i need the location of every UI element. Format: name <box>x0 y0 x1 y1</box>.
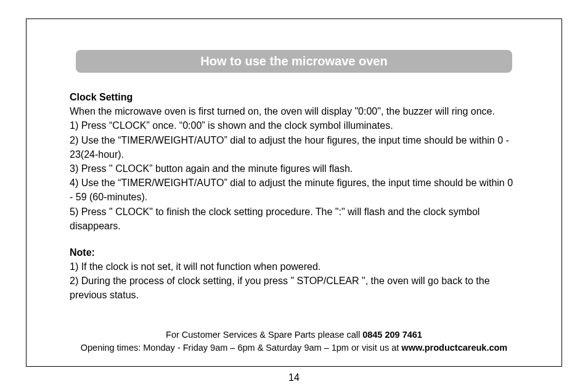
footer: For Customer Services & Spare Parts plea… <box>70 329 518 356</box>
content-body: Clock Setting When the microwave oven is… <box>70 90 518 322</box>
note-item-1: 1) If the clock is not set, it will not … <box>70 259 518 274</box>
footer-line-2-text: Opening times: Monday - Friday 9am – 6pm… <box>81 343 402 353</box>
clock-heading: Clock Setting <box>70 90 518 104</box>
note-item-2: 2) During the process of clock setting, … <box>70 274 518 302</box>
note-heading: Note: <box>70 245 518 259</box>
page-number: 14 <box>0 372 588 383</box>
footer-website: www.productcareuk.com <box>401 343 507 353</box>
banner-title: How to use the microwave oven <box>200 54 387 68</box>
footer-phone: 0845 209 7461 <box>362 330 422 340</box>
footer-line-1: For Customer Services & Spare Parts plea… <box>70 329 518 342</box>
footer-line-2: Opening times: Monday - Friday 9am – 6pm… <box>70 341 518 355</box>
clock-intro: When the microwave oven is first turned … <box>70 104 518 118</box>
page-frame: How to use the microwave oven Clock Sett… <box>26 18 562 367</box>
clock-step-3: 3) Press " CLOCK” button again and the m… <box>70 161 518 176</box>
clock-step-4: 4) Use the “TIMER/WEIGHT/AUTO” dial to a… <box>70 176 518 204</box>
clock-step-2: 2) Use the “TIMER/WEIGHT/AUTO” dial to a… <box>70 133 518 161</box>
section-banner: How to use the microwave oven <box>76 50 512 73</box>
clock-step-5: 5) Press " CLOCK" to finish the clock se… <box>70 205 518 233</box>
clock-step-1: 1) Press “CLOCK” once. “0:00” is shown a… <box>70 118 518 133</box>
footer-line-1-text: For Customer Services & Spare Parts plea… <box>166 330 362 340</box>
